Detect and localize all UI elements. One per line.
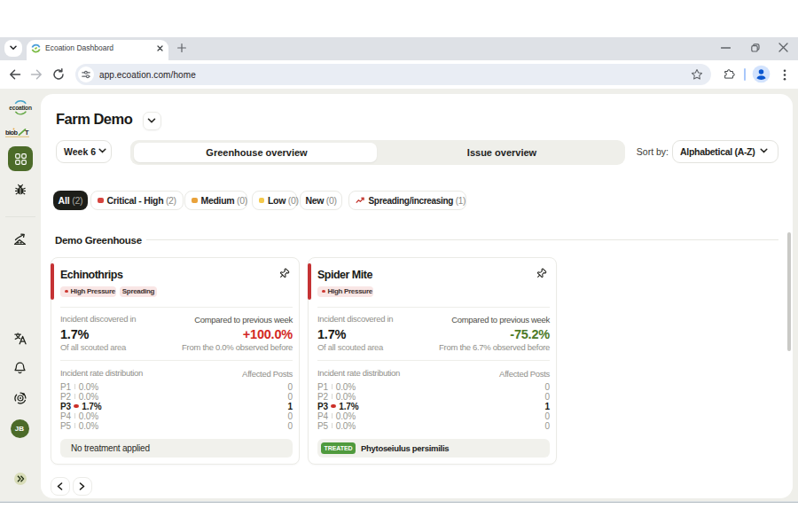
svg-text:biob: biob bbox=[5, 129, 19, 137]
svg-text:ecoation: ecoation bbox=[9, 105, 32, 111]
